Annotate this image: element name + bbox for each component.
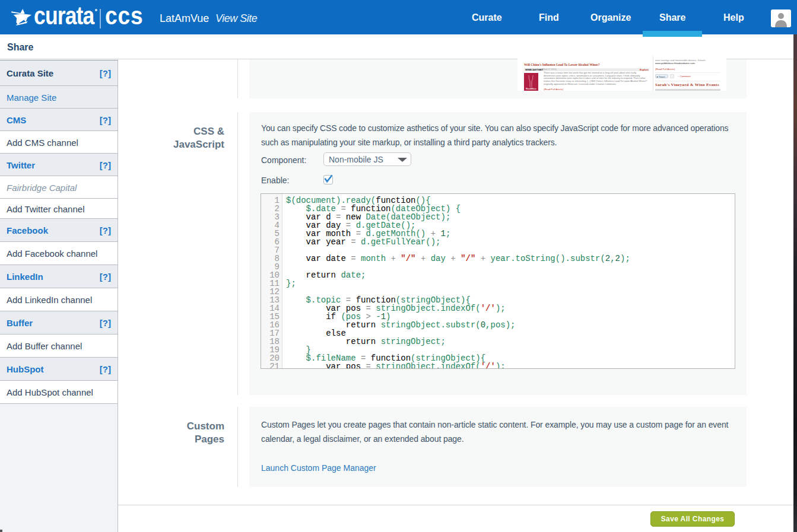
svg-text:RedWine: RedWine <box>526 87 537 90</box>
